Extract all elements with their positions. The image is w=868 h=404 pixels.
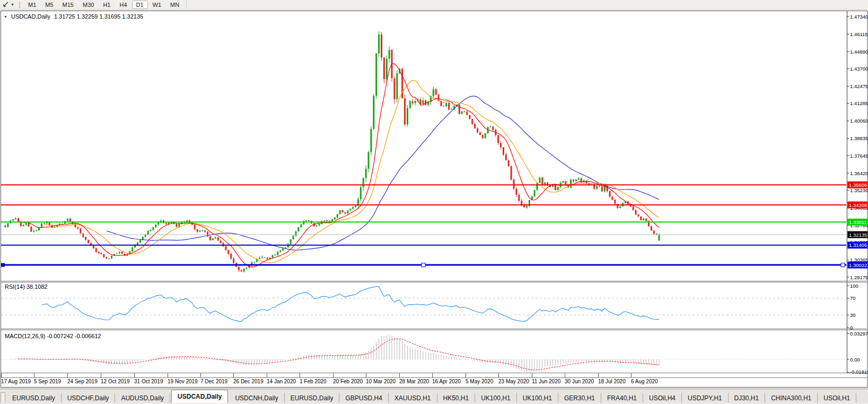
chart-tab-usoil-h1[interactable]: USOil,H1 (818, 393, 856, 403)
chart-tab-fra40-h1[interactable]: FRA40,H1 (601, 393, 643, 403)
macd-indicator-label: MACD(12,26,9) -0.007242 -0.006612 (5, 333, 101, 339)
timeframe-button-m15[interactable]: M15 (58, 1, 78, 9)
chart-title: ▼ USDCAD,Daily 1.31725 1.32259 1.31695 1… (4, 13, 143, 20)
timeframe-button-w1[interactable]: W1 (148, 1, 166, 9)
timeframe-button-h4[interactable]: H4 (115, 1, 131, 9)
chart-tab-xauusd-h1[interactable]: XAUUSD,H1 (389, 393, 437, 403)
toolbar-grip[interactable] (19, 2, 20, 8)
chart-tab-gbpusd-h4[interactable]: GBPUSD,H4 (339, 393, 388, 403)
toolbar-separator (186, 1, 187, 8)
chart-tab-uk100-h1[interactable]: UK100,H1 (475, 393, 516, 403)
timeframe-button-m30[interactable]: M30 (78, 1, 98, 9)
chart-tab-usdjpy-h1[interactable]: USDJPY,H1 (682, 393, 728, 403)
chart-tab-usdcad-daily[interactable]: USDCAD,Daily (171, 390, 228, 403)
timeframe-button-h1[interactable]: H1 (99, 1, 115, 9)
timeframe-buttons: M1M5M15M30H1H4D1W1MN (24, 1, 183, 9)
timeframe-button-mn[interactable]: MN (166, 1, 183, 9)
chart-tab-eurusd-daily[interactable]: EURUSD,Daily (285, 393, 340, 403)
chart-tab-uk100-h1[interactable]: UK100,H1 (517, 393, 558, 403)
chart-tab-audusd-daily[interactable]: AUDUSD,Daily (115, 393, 170, 403)
collapse-icon[interactable]: ▼ (4, 15, 7, 19)
chart-tab-usdchf-daily[interactable]: USDCHF,Daily (62, 393, 116, 403)
timeframe-button-m5[interactable]: M5 (41, 1, 57, 9)
chart-title-symbol: USDCAD,Daily (11, 13, 50, 20)
chart-tab-bar: EURUSD,DailyUSDCHF,DailyAUDUSD,DailyUSDC… (0, 389, 868, 403)
tab-scroll-stub[interactable] (1, 392, 5, 403)
chart-tab-ger30-h1[interactable]: GER30,H1 (558, 393, 601, 403)
chart-tab-eurusd-daily[interactable]: EURUSD,Daily (6, 393, 62, 403)
cursor-tool-glyph (2, 1, 9, 8)
dropdown-caret-icon[interactable]: ▾ (10, 1, 15, 8)
chart-tab-hk50-h1[interactable]: HK50,H1 (437, 393, 476, 403)
chart-title-ohlc: 1.31725 1.32259 1.31695 1.32135 (54, 13, 143, 20)
timeframe-button-m1[interactable]: M1 (24, 1, 40, 9)
cursor-tool-icon[interactable] (2, 1, 10, 8)
timeframe-toolbar: ▾ M1M5M15M30H1H4D1W1MN (0, 0, 868, 10)
chart-tab-china300-h1[interactable]: CHINA300,H1 (765, 393, 818, 403)
chart-tab-usoil-h4[interactable]: USOil,H4 (643, 393, 682, 403)
rsi-indicator-label: RSI(14) 38.1082 (5, 283, 48, 290)
timeframe-button-d1[interactable]: D1 (132, 1, 148, 9)
chart-tab-dj30-h1[interactable]: DJ30,H1 (729, 393, 766, 403)
chart-window (0, 11, 868, 388)
chart-tab-usdcnh-daily[interactable]: USDCNH,Daily (229, 393, 284, 403)
